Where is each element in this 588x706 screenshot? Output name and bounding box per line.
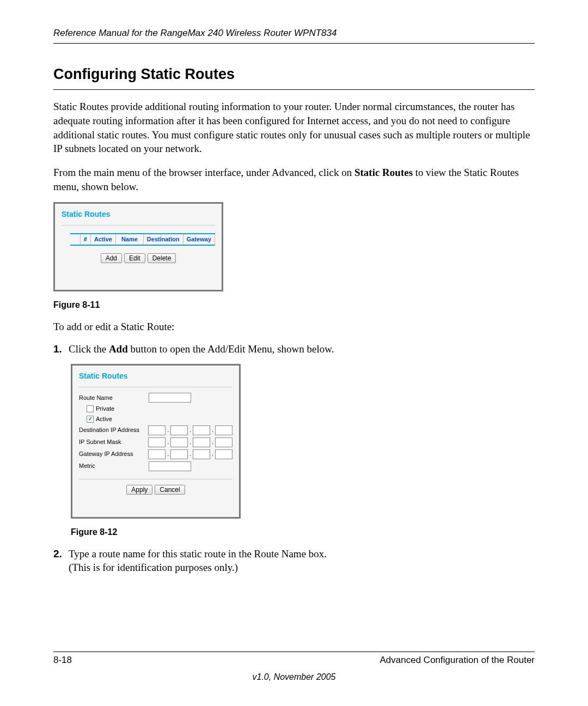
metric-row: Metric xyxy=(79,461,232,471)
subnet-oct4[interactable] xyxy=(215,437,232,447)
static-routes-table-header: # Active Name Destination Gateway xyxy=(70,233,215,246)
private-label: Private xyxy=(96,405,114,413)
route-name-input[interactable] xyxy=(149,393,191,403)
route-name-row: Route Name xyxy=(79,393,232,403)
col-active: Active xyxy=(90,234,115,245)
body-paragraph-1: Static Routes provide additional routing… xyxy=(53,100,535,156)
static-routes-bold: Static Routes xyxy=(354,167,413,178)
add-bold: Add xyxy=(109,343,128,355)
step-1: 1. Click the Add button to open the Add/… xyxy=(53,342,535,356)
dest-ip-oct1[interactable] xyxy=(148,425,166,435)
static-routes-form-panel: Static Routes Route Name Private ✓ Activ… xyxy=(71,364,241,519)
figure-8-11-caption: Figure 8-11 xyxy=(53,299,535,311)
add-button[interactable]: Add xyxy=(101,253,122,263)
col-destination: Destination xyxy=(143,234,183,245)
gw-ip-oct1[interactable] xyxy=(148,449,166,459)
step-2-text: Type a route name for this static route … xyxy=(69,547,535,575)
version-info: v1.0, November 2005 xyxy=(53,671,535,683)
gw-ip-row: Gateway IP Address . . . xyxy=(79,449,232,459)
form-divider xyxy=(79,479,232,479)
panel2-title: Static Routes xyxy=(79,371,232,387)
step-1-text: Click the Add button to open the Add/Edi… xyxy=(69,342,535,356)
private-checkbox[interactable] xyxy=(87,405,94,412)
subnet-oct2[interactable] xyxy=(170,437,188,447)
gw-ip-oct2[interactable] xyxy=(170,449,188,459)
cancel-button[interactable]: Cancel xyxy=(155,485,185,495)
step-2-number: 2. xyxy=(53,547,69,575)
edit-button[interactable]: Edit xyxy=(124,253,145,263)
running-header: Reference Manual for the RangeMax 240 Wi… xyxy=(53,27,535,44)
static-routes-list-panel: Static Routes # Active Name Destination … xyxy=(53,202,223,291)
page-footer: 8-18 Advanced Configuration of the Route… xyxy=(53,652,535,683)
step-1-pre: Click the xyxy=(69,343,109,355)
col-gateway: Gateway xyxy=(183,234,215,245)
metric-label: Metric xyxy=(79,462,149,470)
subnet-oct3[interactable] xyxy=(193,437,210,447)
delete-button[interactable]: Delete xyxy=(148,253,176,263)
subnet-oct1[interactable] xyxy=(148,437,166,447)
metric-input[interactable] xyxy=(149,461,191,471)
chapter-title: Advanced Configuration of the Router xyxy=(380,654,535,667)
apply-button[interactable]: Apply xyxy=(126,485,152,495)
step-2-line2: (This is for identification purposes onl… xyxy=(69,562,238,573)
gw-ip-oct3[interactable] xyxy=(193,449,210,459)
private-row: Private xyxy=(79,405,232,413)
gw-ip-oct4[interactable] xyxy=(215,449,232,459)
dest-ip-oct3[interactable] xyxy=(193,425,210,435)
section-title: Configuring Static Routes xyxy=(53,64,535,90)
dest-ip-row: Destination IP Address . . . xyxy=(79,425,232,435)
subnet-label: IP Subnet Mask xyxy=(79,438,148,446)
gw-ip-label: Gateway IP Address xyxy=(79,450,148,458)
active-row: ✓ Active xyxy=(79,415,232,423)
step-intro: To add or edit a Static Route: xyxy=(53,320,535,334)
subnet-row: IP Subnet Mask . . . xyxy=(79,437,232,447)
route-name-label: Route Name xyxy=(79,394,149,402)
panel1-title: Static Routes xyxy=(62,209,215,226)
page-number: 8-18 xyxy=(53,654,72,667)
dest-ip-label: Destination IP Address xyxy=(79,426,148,434)
col-hash: # xyxy=(80,234,90,245)
col-blank xyxy=(70,234,80,245)
dest-ip-oct4[interactable] xyxy=(215,425,232,435)
p2-pre: From the main menu of the browser interf… xyxy=(53,167,354,178)
active-label: Active xyxy=(96,415,112,423)
step-2: 2. Type a route name for this static rou… xyxy=(53,547,535,575)
active-checkbox[interactable]: ✓ xyxy=(87,416,94,423)
col-name: Name xyxy=(115,234,143,245)
body-paragraph-2: From the main menu of the browser interf… xyxy=(53,166,535,193)
step-2-line1: Type a route name for this static route … xyxy=(69,548,327,559)
step-1-number: 1. xyxy=(53,342,69,356)
step-1-post: button to open the Add/Edit Menu, shown … xyxy=(128,343,334,355)
dest-ip-oct2[interactable] xyxy=(170,425,188,435)
figure-8-12-caption: Figure 8-12 xyxy=(71,526,535,538)
